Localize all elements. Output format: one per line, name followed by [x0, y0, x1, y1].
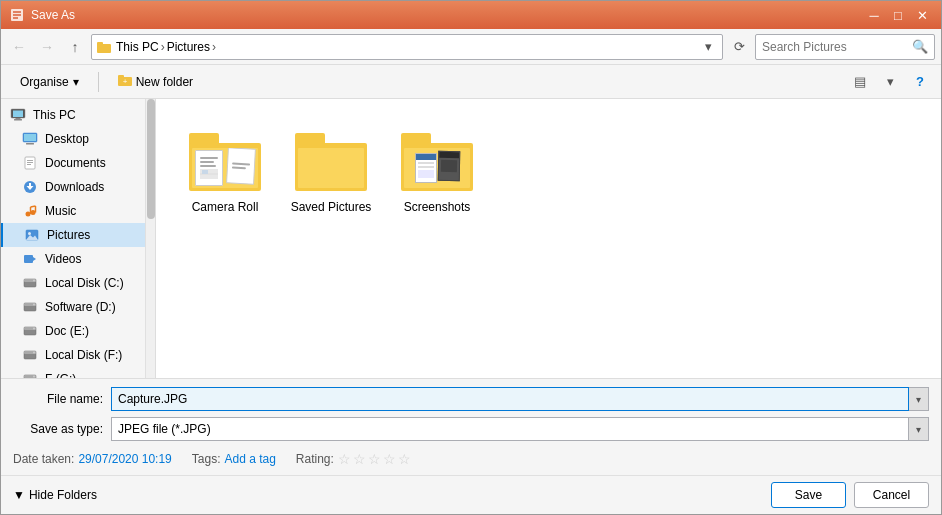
star-4[interactable]: ☆: [383, 451, 396, 467]
rating-stars: ☆ ☆ ☆ ☆ ☆: [338, 451, 411, 467]
drive-g-icon: [21, 370, 39, 378]
new-folder-button[interactable]: + New folder: [107, 69, 204, 95]
cancel-button[interactable]: Cancel: [854, 482, 929, 508]
breadcrumb: This PC › Pictures ›: [116, 40, 698, 54]
date-taken-value[interactable]: 29/07/2020 10:19: [78, 452, 171, 466]
svg-marker-29: [33, 257, 36, 261]
svg-point-38: [33, 328, 35, 330]
svg-point-26: [28, 232, 31, 235]
nav-item-software-d[interactable]: Software (D:): [1, 295, 145, 319]
close-button[interactable]: ✕: [911, 5, 933, 25]
folder-camera-roll-thumbnail: [185, 128, 265, 196]
action-bar: ▼ Hide Folders Save Cancel: [1, 475, 941, 514]
nav-item-doc-e[interactable]: Doc (E:): [1, 319, 145, 343]
folder-saved-pictures[interactable]: Saved Pictures: [286, 123, 376, 219]
save-type-select[interactable]: JPEG file (*.JPG): [111, 417, 909, 441]
search-input[interactable]: [762, 40, 912, 54]
breadcrumb-pictures[interactable]: Pictures: [167, 40, 210, 54]
nav-scrollbar-thumb: [147, 99, 155, 219]
nav-label-videos: Videos: [45, 252, 81, 266]
svg-rect-9: [16, 118, 21, 119]
minimize-button[interactable]: ─: [863, 5, 885, 25]
file-name-input-container: ▾: [111, 387, 929, 411]
help-button[interactable]: ?: [907, 69, 933, 95]
nav-item-downloads[interactable]: Downloads: [1, 175, 145, 199]
maximize-button[interactable]: □: [887, 5, 909, 25]
svg-rect-8: [14, 119, 22, 121]
back-button[interactable]: ←: [7, 35, 31, 59]
file-content-area: Camera Roll Saved Pictures: [156, 99, 941, 378]
folder-camera-roll[interactable]: Camera Roll: [180, 123, 270, 219]
star-3[interactable]: ☆: [368, 451, 381, 467]
svg-rect-7: [13, 111, 23, 118]
save-type-input-container: JPEG file (*.JPG) ▾: [111, 417, 929, 441]
address-path[interactable]: This PC › Pictures › ▾: [91, 34, 723, 60]
view-button[interactable]: ▤: [847, 69, 873, 95]
nav-panel: This PC Desktop Documents: [1, 99, 145, 378]
local-disk-c-icon: [21, 274, 39, 292]
nav-label-local-disk-f: Local Disk (F:): [45, 348, 122, 362]
file-name-row: File name: ▾: [13, 387, 929, 411]
music-icon: [21, 202, 39, 220]
organise-arrow: ▾: [73, 75, 79, 89]
folder-screenshots[interactable]: Screenshots: [392, 123, 482, 219]
svg-point-44: [33, 376, 35, 378]
nav-item-pictures[interactable]: Pictures: [1, 223, 145, 247]
save-type-dropdown-button[interactable]: ▾: [909, 417, 929, 441]
save-type-row: Save as type: JPEG file (*.JPG) ▾: [13, 417, 929, 441]
downloads-icon: [21, 178, 39, 196]
nav-label-documents: Documents: [45, 156, 106, 170]
refresh-button[interactable]: ⟳: [727, 35, 751, 59]
bottom-fields: File name: ▾ Save as type: JPEG file (*.…: [1, 379, 941, 445]
nav-label-this-pc: This PC: [33, 108, 76, 122]
desktop-icon: [21, 130, 39, 148]
breadcrumb-this-pc[interactable]: This PC: [116, 40, 159, 54]
nav-scrollbar[interactable]: [145, 99, 155, 378]
svg-point-32: [33, 280, 35, 282]
nav-item-desktop[interactable]: Desktop: [1, 127, 145, 151]
nav-item-videos[interactable]: Videos: [1, 247, 145, 271]
toolbar-right: ▤ ▾ ?: [847, 69, 933, 95]
nav-item-music[interactable]: Music: [1, 199, 145, 223]
star-5[interactable]: ☆: [398, 451, 411, 467]
file-name-dropdown-button[interactable]: ▾: [909, 387, 929, 411]
save-type-label: Save as type:: [13, 422, 103, 436]
file-name-input[interactable]: [111, 387, 909, 411]
folder-grid: Camera Roll Saved Pictures: [172, 115, 925, 227]
nav-panel-container: This PC Desktop Documents: [1, 99, 156, 378]
nav-label-desktop: Desktop: [45, 132, 89, 146]
search-icon[interactable]: 🔍: [912, 39, 928, 54]
organise-label: Organise: [20, 75, 69, 89]
svg-rect-12: [26, 143, 34, 145]
date-taken-item: Date taken: 29/07/2020 10:19: [13, 452, 172, 466]
nav-item-drive-g[interactable]: F (G:): [1, 367, 145, 378]
software-d-icon: [21, 298, 39, 316]
folder-saved-pictures-thumbnail: [291, 128, 371, 196]
nav-label-pictures: Pictures: [47, 228, 90, 242]
star-1[interactable]: ☆: [338, 451, 351, 467]
hide-folders-button[interactable]: ▼ Hide Folders: [13, 488, 97, 502]
tags-add-link[interactable]: Add a tag: [224, 452, 275, 466]
address-dropdown-button[interactable]: ▾: [698, 35, 718, 59]
nav-label-software-d: Software (D:): [45, 300, 116, 314]
nav-item-local-disk-f[interactable]: Local Disk (F:): [1, 343, 145, 367]
svg-rect-28: [24, 255, 33, 263]
view-dropdown-arrow: ▾: [887, 74, 894, 89]
nav-item-local-disk-c[interactable]: Local Disk (C:): [1, 271, 145, 295]
hide-folders-label: Hide Folders: [29, 488, 97, 502]
local-disk-f-icon: [21, 346, 39, 364]
file-name-label: File name:: [13, 392, 103, 406]
forward-button[interactable]: →: [35, 35, 59, 59]
metadata-row: Date taken: 29/07/2020 10:19 Tags: Add a…: [1, 445, 941, 475]
star-2[interactable]: ☆: [353, 451, 366, 467]
tags-item: Tags: Add a tag: [192, 452, 276, 466]
title-bar: Save As ─ □ ✕: [1, 1, 941, 29]
nav-item-documents[interactable]: Documents: [1, 151, 145, 175]
organise-button[interactable]: Organise ▾: [9, 69, 90, 95]
nav-item-this-pc[interactable]: This PC: [1, 103, 145, 127]
rating-label: Rating:: [296, 452, 334, 466]
view-dropdown-button[interactable]: ▾: [877, 69, 903, 95]
window-controls: ─ □ ✕: [863, 5, 933, 25]
save-button[interactable]: Save: [771, 482, 846, 508]
up-button[interactable]: ↑: [63, 35, 87, 59]
